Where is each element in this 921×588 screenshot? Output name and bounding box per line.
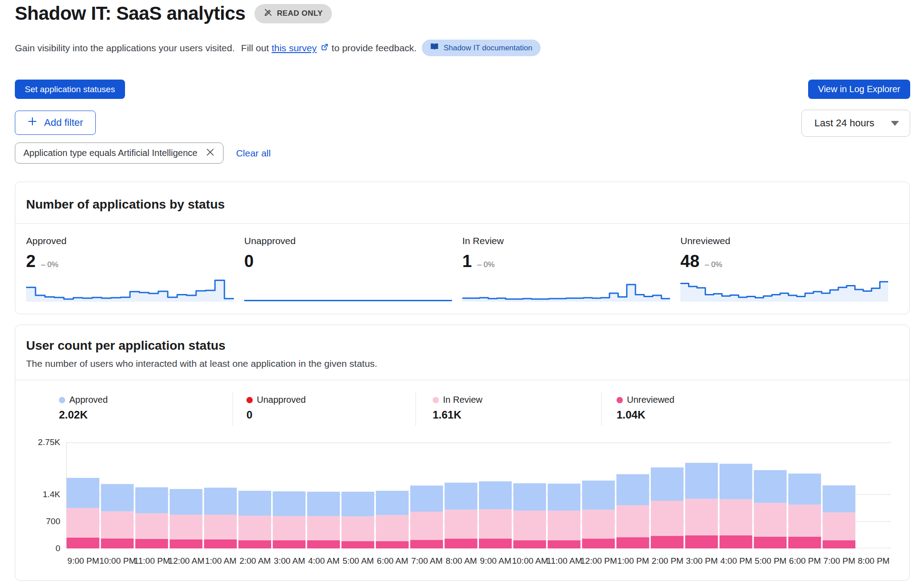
x-axis-label: 3:00 PM	[686, 556, 718, 566]
stacked-bar-plot	[66, 442, 891, 548]
legend-value: 1.04K	[617, 409, 909, 421]
stat-in-review: In Review 1 – 0%	[462, 236, 680, 302]
stacked-bar-chart: 07001.4K2.75K 9:00 PM10:00 PM11:00 PM12:…	[15, 437, 909, 577]
close-icon[interactable]	[206, 147, 215, 159]
applications-card-header: Number of applications by status	[15, 182, 909, 224]
stat-delta: – 0%	[477, 260, 495, 269]
x-axis-label: 6:00 AM	[377, 556, 408, 566]
set-application-statuses-button[interactable]: Set application statuses	[15, 80, 125, 99]
x-axis-label: 1:00 AM	[205, 556, 237, 566]
x-axis-label: 10:00 AM	[512, 556, 548, 566]
x-axis-label: 2:00 AM	[239, 556, 271, 566]
documentation-badge-label: Shadow IT documentation	[443, 44, 532, 53]
x-axis-label: 7:00 PM	[823, 556, 855, 566]
approved-sparkline	[26, 277, 234, 302]
legend-label: Unapproved	[257, 395, 306, 405]
stat-value: 48	[680, 252, 699, 271]
applications-stats-row: Approved 2 – 0% Unapproved 0 In Review 1…	[15, 224, 909, 302]
user-count-card: User count per application status The nu…	[15, 325, 910, 581]
survey-link[interactable]: this survey	[272, 43, 317, 53]
view-in-log-explorer-button[interactable]: View in Log Explorer	[808, 80, 910, 99]
applications-card-title: Number of applications by status	[26, 197, 899, 212]
in-review-dot-icon	[433, 397, 439, 403]
legend-value: 2.02K	[59, 409, 232, 421]
filter-chip[interactable]: Application type equals Artificial Intel…	[15, 143, 224, 164]
subtitle-text-1: Gain visibility into the applications yo…	[15, 43, 235, 53]
x-axis-label: 2:00 PM	[652, 556, 684, 566]
user-count-card-subtitle: The number of users who interacted with …	[26, 358, 899, 369]
x-axis-label: 9:00 PM	[67, 556, 99, 566]
unapproved-sparkline	[244, 277, 452, 302]
y-axis-label: 1.4K	[15, 490, 60, 499]
x-axis-label: 8:00 AM	[446, 556, 477, 566]
legend-in-review: In Review 1.61K	[416, 392, 601, 426]
x-axis-label: 4:00 AM	[308, 556, 340, 566]
stat-label: In Review	[462, 236, 680, 246]
add-filter-button[interactable]: Add filter	[15, 111, 96, 135]
user-count-card-header: User count per application status The nu…	[15, 325, 909, 380]
x-axis-label: 3:00 AM	[274, 556, 305, 566]
legend-approved: Approved 2.02K	[15, 392, 232, 426]
legend-unapproved: Unapproved 0	[232, 392, 416, 426]
stat-value: 1	[462, 252, 472, 271]
documentation-badge[interactable]: Shadow IT documentation	[422, 40, 540, 56]
clear-all-link[interactable]: Clear all	[236, 148, 271, 159]
book-icon	[430, 43, 439, 53]
legend-value: 1.61K	[433, 409, 601, 421]
stat-delta: – 0%	[705, 260, 722, 269]
x-axis-label: 10:00 PM	[99, 556, 136, 566]
legend-unreviewed: Unreviewed 1.04K	[601, 392, 909, 426]
unapproved-dot-icon	[246, 397, 253, 403]
subtitle-text-3: to provide feedback.	[331, 43, 416, 53]
stat-approved: Approved 2 – 0%	[26, 236, 244, 302]
filter-chip-label: Application type equals Artificial Intel…	[23, 148, 197, 158]
time-range-dropdown[interactable]: Last 24 hours	[801, 110, 910, 137]
x-axis-label: 9:00 AM	[480, 556, 511, 566]
x-axis-label: 11:00 PM	[134, 556, 170, 566]
approved-dot-icon	[59, 397, 65, 403]
page-title: Shadow IT: SaaS analytics	[15, 3, 246, 24]
y-axis-label: 0	[15, 543, 60, 553]
applications-by-status-card: Number of applications by status Approve…	[15, 182, 910, 314]
x-axis-label: 5:00 AM	[343, 556, 374, 566]
legend-label: Approved	[69, 395, 108, 405]
x-axis-label: 1:00 PM	[617, 556, 649, 566]
page-header: Shadow IT: SaaS analytics READ ONLY	[15, 3, 332, 24]
chart-legend: Approved 2.02K Unapproved 0 In Review 1.…	[15, 380, 909, 426]
x-axis-label: 12:00 AM	[168, 556, 204, 566]
in-review-sparkline	[462, 277, 670, 302]
legend-value: 0	[246, 409, 416, 421]
legend-label: In Review	[443, 395, 483, 405]
stat-value: 2	[26, 252, 36, 271]
pencil-slash-icon	[264, 8, 273, 19]
y-axis-label: 700	[15, 517, 60, 526]
read-only-badge: READ ONLY	[255, 4, 332, 23]
chevron-down-icon	[891, 121, 899, 126]
stat-delta: – 0%	[41, 260, 58, 269]
user-count-card-title: User count per application status	[26, 339, 899, 353]
stat-unapproved: Unapproved 0	[244, 236, 462, 302]
x-axis-label: 4:00 PM	[720, 556, 752, 566]
y-axis-label: 2.75K	[15, 437, 60, 447]
x-axis-label: 12:00 PM	[581, 556, 617, 566]
stat-label: Approved	[26, 236, 244, 246]
plus-icon	[27, 116, 37, 129]
add-filter-label: Add filter	[44, 117, 83, 129]
legend-label: Unreviewed	[627, 395, 675, 405]
stat-label: Unapproved	[244, 236, 462, 246]
subtitle-text-2: Fill out	[241, 43, 269, 53]
page-subtitle: Gain visibility into the applications yo…	[15, 40, 541, 56]
x-axis-label: 5:00 PM	[755, 556, 787, 566]
unreviewed-sparkline	[680, 277, 888, 302]
active-filters: Application type equals Artificial Intel…	[15, 143, 271, 164]
read-only-label: READ ONLY	[277, 9, 323, 18]
x-axis-label: 11:00 AM	[547, 556, 582, 566]
time-range-value: Last 24 hours	[814, 117, 874, 129]
stat-value: 0	[244, 252, 254, 271]
external-link-icon[interactable]	[320, 43, 329, 53]
x-axis-label: 6:00 PM	[789, 556, 821, 566]
unreviewed-dot-icon	[617, 397, 623, 403]
stat-unreviewed: Unreviewed 48 – 0%	[680, 236, 899, 302]
stat-label: Unreviewed	[680, 236, 899, 246]
x-axis-label: 8:00 PM	[858, 556, 890, 566]
